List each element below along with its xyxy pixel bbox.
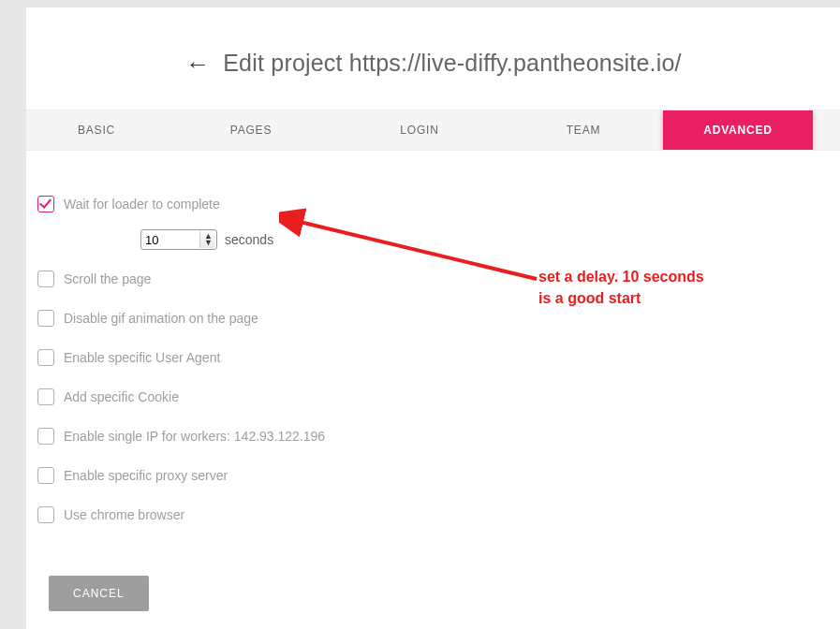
- checkbox-scroll[interactable]: [37, 271, 54, 287]
- annotation-text: set a delay. 10 seconds is a good start: [538, 266, 754, 309]
- checkbox-cookie[interactable]: [37, 388, 54, 405]
- page-title: Edit project https://live-diffy.pantheon…: [223, 50, 682, 77]
- header-inner: ← Edit project https://live-diffy.panthe…: [185, 50, 682, 77]
- tab-pages[interactable]: PAGES: [167, 110, 335, 150]
- tab-advanced[interactable]: ADVANCED: [663, 110, 813, 150]
- delay-suffix: seconds: [225, 232, 273, 247]
- label-disable-gif: Disable gif animation on the page: [64, 311, 258, 326]
- option-disable-gif: Disable gif animation on the page: [37, 310, 840, 327]
- delay-row: ▲▼ seconds: [140, 229, 840, 250]
- label-scroll: Scroll the page: [64, 271, 151, 286]
- checkbox-chrome[interactable]: [37, 506, 54, 523]
- annotation-line2: is a good start: [538, 287, 754, 309]
- tab-basic[interactable]: BASIC: [26, 110, 167, 150]
- delay-select[interactable]: [140, 229, 217, 250]
- checkbox-wait-loader[interactable]: [37, 196, 54, 212]
- option-single-ip: Enable single IP for workers: 142.93.122…: [37, 428, 840, 445]
- page-container: ← Edit project https://live-diffy.panthe…: [26, 7, 840, 629]
- option-wait-loader: Wait for loader to complete: [37, 196, 840, 212]
- label-wait-loader: Wait for loader to complete: [64, 197, 220, 212]
- label-proxy: Enable specific proxy server: [64, 468, 228, 483]
- tab-monitoring[interactable]: MO: [813, 110, 840, 150]
- checkbox-disable-gif[interactable]: [37, 310, 54, 327]
- checkbox-proxy[interactable]: [37, 467, 54, 484]
- option-cookie: Add specific Cookie: [37, 388, 840, 405]
- option-user-agent: Enable specific User Agent: [37, 349, 840, 366]
- delay-select-wrap: ▲▼: [140, 229, 217, 250]
- checkbox-single-ip[interactable]: [37, 428, 54, 445]
- form-area: Wait for loader to complete ▲▼ seconds S…: [26, 151, 840, 611]
- cancel-button[interactable]: CANCEL: [49, 576, 149, 611]
- label-user-agent: Enable specific User Agent: [64, 350, 220, 365]
- tab-login[interactable]: LOGIN: [335, 110, 504, 150]
- label-chrome: Use chrome browser: [64, 507, 184, 522]
- option-proxy: Enable specific proxy server: [37, 467, 840, 484]
- annotation-line1: set a delay. 10 seconds: [538, 266, 754, 287]
- back-arrow-icon[interactable]: ←: [185, 51, 210, 76]
- option-chrome: Use chrome browser: [37, 506, 840, 523]
- tab-team[interactable]: TEAM: [504, 110, 663, 150]
- header: ← Edit project https://live-diffy.panthe…: [26, 7, 840, 110]
- label-cookie: Add specific Cookie: [64, 389, 179, 404]
- checkbox-user-agent[interactable]: [37, 349, 54, 366]
- tabbar: BASIC PAGES LOGIN TEAM ADVANCED MO: [26, 110, 840, 151]
- label-single-ip: Enable single IP for workers: 142.93.122…: [64, 429, 325, 444]
